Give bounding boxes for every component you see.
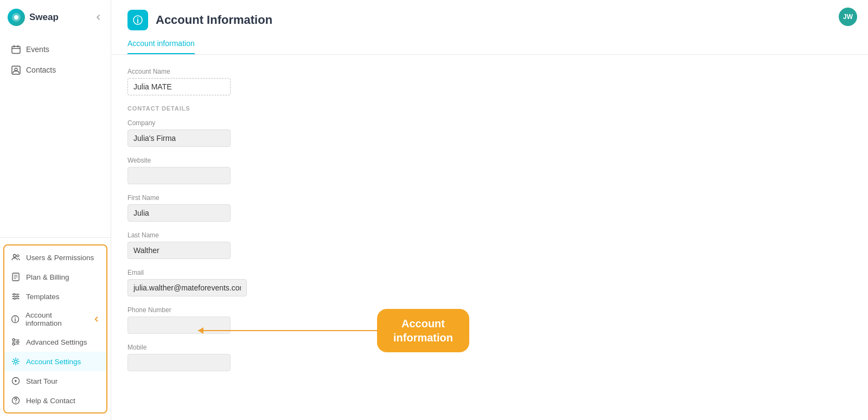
mobile-input[interactable]	[127, 354, 231, 371]
settings-sliders-icon	[11, 337, 21, 347]
svg-point-19	[15, 402, 16, 403]
contact-details-section: CONTACT DETAILS	[127, 105, 852, 112]
svg-point-1	[14, 15, 18, 20]
mobile-label: Mobile	[127, 344, 852, 351]
svg-point-4	[15, 68, 17, 70]
sidebar-item-advanced-label: Advanced Settings	[26, 338, 87, 346]
svg-point-12	[15, 317, 16, 318]
mobile-group: Mobile	[127, 344, 852, 371]
main-nav: Events Contacts	[0, 35, 111, 237]
arrow-indicator	[93, 315, 100, 323]
sidebar-item-advanced-settings[interactable]: Advanced Settings	[4, 332, 106, 352]
page-title: Account Information	[156, 13, 272, 27]
company-input[interactable]	[127, 130, 231, 147]
calendar-icon	[11, 44, 21, 54]
page-tabs: Account information	[111, 34, 868, 55]
sweap-logo-icon	[8, 9, 25, 26]
svg-point-10	[14, 298, 16, 300]
first-name-group: First Name	[127, 194, 852, 222]
first-name-label: First Name	[127, 194, 852, 202]
sidebar: Sweap Events	[0, 0, 111, 420]
account-name-input[interactable]	[127, 78, 231, 95]
sidebar-item-users-label: Users & Permissions	[26, 254, 94, 262]
help-circle-icon	[11, 396, 21, 405]
collapse-sidebar-button[interactable]	[93, 12, 103, 22]
page-header-icon	[127, 10, 148, 30]
sidebar-item-account-info[interactable]: Account information	[4, 306, 106, 332]
last-name-group: Last Name	[127, 231, 852, 259]
last-name-label: Last Name	[127, 231, 852, 239]
sidebar-bottom-box: Users & Permissions Plan & Billing	[3, 244, 107, 413]
email-label: Email	[127, 269, 852, 276]
sidebar-item-plan-billing[interactable]: Plan & Billing	[4, 267, 106, 287]
info-circle-icon	[11, 314, 20, 324]
sidebar-item-contacts[interactable]: Contacts	[3, 60, 107, 80]
svg-point-5	[14, 255, 16, 257]
sidebar-item-start-tour[interactable]: Start Tour	[4, 371, 106, 391]
sidebar-item-help-contact[interactable]: Help & Contact	[4, 391, 106, 410]
page-header: Account Information	[111, 0, 868, 30]
last-name-input[interactable]	[127, 242, 231, 259]
contact-icon	[11, 65, 21, 75]
svg-point-16	[15, 360, 17, 363]
sidebar-item-contacts-label: Contacts	[26, 66, 56, 74]
phone-label: Phone Number	[127, 306, 852, 314]
main-content: JW Account Information Account informati…	[111, 0, 868, 420]
sidebar-bottom: Users & Permissions Plan & Billing	[0, 237, 111, 420]
sidebar-item-events[interactable]: Events	[3, 39, 107, 60]
users-icon	[11, 253, 21, 262]
sidebar-item-account-settings-label: Account Settings	[26, 358, 81, 366]
sidebar-item-templates[interactable]: Templates	[4, 287, 106, 306]
svg-point-8	[14, 294, 15, 295]
svg-point-9	[17, 296, 18, 298]
sidebar-item-events-label: Events	[26, 45, 49, 54]
sidebar-item-help-label: Help & Contact	[26, 397, 75, 405]
website-group: Website	[127, 157, 852, 184]
sidebar-item-plan-label: Plan & Billing	[26, 273, 69, 281]
sidebar-item-account-info-label: Account information	[25, 311, 86, 327]
svg-rect-2	[12, 46, 20, 53]
sliders-icon	[11, 292, 21, 301]
sidebar-item-account-settings[interactable]: Account Settings	[4, 352, 106, 371]
receipt-icon	[11, 272, 21, 282]
company-group: Company	[127, 119, 852, 147]
gear-icon	[11, 357, 21, 366]
form-content: Account Name CONTACT DETAILS Company Web…	[111, 55, 868, 394]
user-avatar[interactable]: JW	[839, 8, 857, 26]
play-circle-icon	[11, 376, 21, 386]
sidebar-item-users-permissions[interactable]: Users & Permissions	[4, 248, 106, 267]
phone-group: Phone Number	[127, 306, 852, 334]
app-name: Sweap	[29, 12, 59, 23]
account-name-label: Account Name	[127, 68, 852, 75]
account-name-group: Account Name	[127, 68, 852, 95]
email-input[interactable]	[127, 279, 247, 296]
sidebar-logo: Sweap	[0, 0, 111, 35]
svg-point-21	[137, 17, 138, 18]
sidebar-item-templates-label: Templates	[26, 293, 60, 301]
company-label: Company	[127, 119, 852, 127]
tab-account-information[interactable]: Account information	[127, 34, 195, 54]
email-group: Email	[127, 269, 852, 296]
phone-input[interactable]	[127, 316, 231, 334]
website-input[interactable]	[127, 167, 231, 184]
website-label: Website	[127, 157, 852, 164]
sidebar-item-start-tour-label: Start Tour	[26, 377, 58, 385]
first-name-input[interactable]	[127, 204, 231, 222]
svg-point-6	[17, 255, 19, 257]
